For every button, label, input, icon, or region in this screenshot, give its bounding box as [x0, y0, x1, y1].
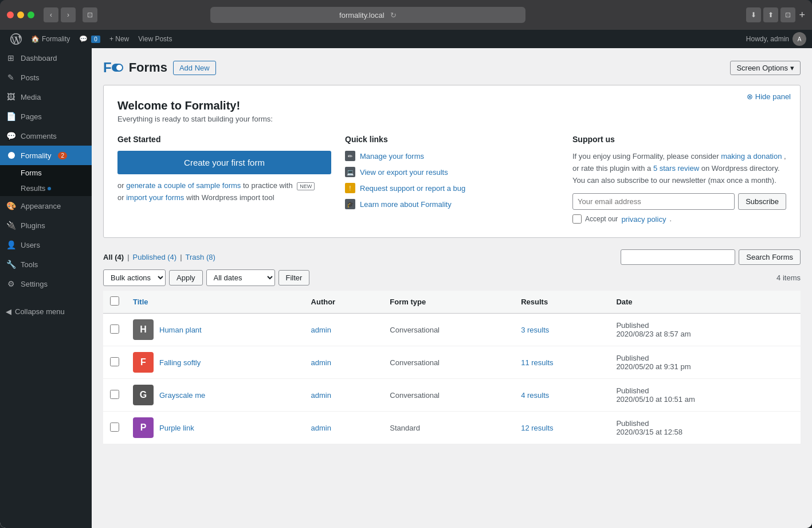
browser-nav: ‹ › [44, 7, 76, 22]
submenu-item-results[interactable]: Results [0, 181, 92, 196]
support-title: Support us [572, 135, 786, 144]
formality-icon [6, 150, 16, 161]
logo-f: F [103, 60, 111, 76]
quick-link-learn[interactable]: 🎓 Learn more about Formality [345, 199, 559, 209]
sidebar-item-formality[interactable]: Formality 2 [0, 146, 92, 165]
request-support-link[interactable]: Request support or report a bug [360, 184, 465, 193]
create-first-form-button[interactable]: Create your first form [117, 151, 331, 174]
site-name-link[interactable]: 🏠 Formality [26, 30, 74, 48]
maximize-button[interactable] [28, 11, 34, 18]
address-bar[interactable]: formality.local ↻ [210, 7, 525, 23]
quick-link-export[interactable]: 💻 View or export your results [345, 167, 559, 177]
results-link[interactable]: 3 results [521, 326, 549, 334]
sidebar-item-appearance[interactable]: 🎨 Appearance [0, 196, 92, 216]
submenu-item-forms[interactable]: Forms [0, 165, 92, 181]
results-link[interactable]: 11 results [521, 358, 553, 367]
comments-link[interactable]: 💬 0 [74, 30, 105, 48]
filter-button[interactable]: Filter [278, 270, 310, 285]
title-sort-link[interactable]: Title [133, 298, 148, 306]
sidebar-item-users[interactable]: 👤 Users [0, 235, 92, 255]
sidebar-item-comments[interactable]: 💬 Comments [0, 126, 92, 146]
view-export-link[interactable]: View or export your results [360, 168, 448, 177]
reload-icon[interactable]: ↻ [390, 11, 397, 19]
tab-trash[interactable]: Trash (8) [186, 253, 215, 261]
import-forms-link[interactable]: import your forms [126, 193, 184, 202]
subscribe-button[interactable]: Subscribe [738, 193, 786, 210]
row-checkbox[interactable] [110, 390, 119, 399]
form-title-link[interactable]: Falling softly [159, 358, 201, 367]
select-all-checkbox[interactable] [110, 296, 119, 306]
title-header: Title [126, 291, 304, 314]
privacy-policy-link[interactable]: privacy policy [621, 215, 666, 224]
hide-panel-link[interactable]: ⊗ Hide panel [747, 92, 791, 101]
author-link[interactable]: admin [311, 358, 331, 367]
quick-links-title: Quick links [345, 135, 559, 144]
results-link[interactable]: 4 results [521, 391, 549, 400]
new-window-button[interactable]: + [799, 7, 805, 22]
sidebar-item-dashboard[interactable]: ⊞ Dashboard [0, 48, 92, 68]
form-title-link[interactable]: Purple link [159, 424, 194, 432]
sidebar-item-label: Tools [21, 260, 38, 269]
browser-actions: ⬇ ⬆ ⊡ + [746, 7, 805, 22]
quick-link-support[interactable]: ! Request support or report a bug [345, 183, 559, 193]
generate-sample-forms-link[interactable]: generate a couple of sample forms [126, 181, 241, 190]
tab-all[interactable]: All (4) [103, 253, 124, 261]
quick-links-col: Quick links ✏ Manage your forms 💻 View o… [345, 135, 559, 224]
back-button[interactable]: ‹ [44, 7, 58, 22]
new-content-link[interactable]: + New [105, 30, 134, 48]
comments-icon: 💬 [6, 131, 16, 141]
wp-body: ⊞ Dashboard ✎ Posts 🖼 Media 📄 Pages 💬 [0, 48, 812, 528]
search-forms-button[interactable]: Search Forms [739, 249, 801, 265]
stars-review-link[interactable]: 5 stars review [653, 164, 699, 173]
view-posts-link[interactable]: View Posts [134, 30, 176, 48]
author-link[interactable]: admin [311, 391, 331, 400]
share-icon[interactable]: ⬆ [763, 7, 778, 22]
quick-link-manage[interactable]: ✏ Manage your forms [345, 151, 559, 161]
forward-button[interactable]: › [61, 7, 76, 22]
privacy-checkbox[interactable] [572, 214, 582, 224]
title-cell: F Falling softly [126, 346, 304, 379]
support-text: If you enjoy using Formality, please con… [572, 151, 786, 186]
results-link[interactable]: 12 results [521, 424, 553, 432]
sidebar-item-plugins[interactable]: 🔌 Plugins [0, 216, 92, 235]
email-input[interactable] [572, 193, 735, 210]
bulk-actions-select[interactable]: Bulk actions Delete [103, 269, 166, 286]
search-input[interactable] [621, 249, 735, 265]
donation-link[interactable]: making a donation [721, 152, 782, 161]
tab-published[interactable]: Published (4) [133, 253, 177, 261]
row-checkbox[interactable] [110, 324, 119, 334]
screen-options-button[interactable]: Screen Options ▾ [730, 61, 801, 75]
get-started-title: Get Started [117, 135, 331, 144]
apply-button[interactable]: Apply [169, 270, 203, 285]
download-icon[interactable]: ⬇ [746, 7, 761, 22]
add-new-button[interactable]: Add New [173, 61, 216, 75]
new-tab-icon[interactable]: ⊡ [780, 7, 795, 22]
row-checkbox[interactable] [110, 423, 119, 432]
sidebar-item-posts[interactable]: ✎ Posts [0, 68, 92, 87]
results-cell: 11 results [514, 346, 609, 379]
minimize-button[interactable] [17, 11, 24, 18]
collapse-menu-button[interactable]: ◀ Collapse menu [0, 303, 92, 320]
page-title-area: F Forms Add New [103, 60, 216, 76]
author-link[interactable]: admin [311, 326, 331, 334]
author-link[interactable]: admin [311, 424, 331, 432]
wp-logo-link[interactable] [6, 30, 26, 48]
sidebar-item-label: Users [21, 241, 40, 249]
learn-more-link[interactable]: Learn more about Formality [360, 200, 452, 209]
dates-select[interactable]: All dates [206, 269, 275, 286]
sidebar-item-tools[interactable]: 🔧 Tools [0, 255, 92, 274]
sidebar-item-pages[interactable]: 📄 Pages [0, 107, 92, 126]
sidebar-item-label: Appearance [21, 202, 61, 210]
formality-submenu: Forms Results [0, 165, 92, 196]
form-title-link[interactable]: Human plant [159, 326, 202, 334]
sidebar-item-media[interactable]: 🖼 Media [0, 87, 92, 107]
tab-overview-button[interactable]: ⊡ [83, 7, 97, 22]
page-header: F Forms Add New Screen Options ▾ [103, 60, 801, 76]
import-text: or import your forms with Wordpress impo… [117, 193, 331, 202]
close-button[interactable] [7, 11, 14, 18]
sidebar-item-settings[interactable]: ⚙ Settings [0, 274, 92, 294]
row-checkbox[interactable] [110, 357, 119, 366]
form-title-link[interactable]: Grayscale me [159, 391, 205, 400]
manage-forms-link[interactable]: Manage your forms [360, 152, 424, 161]
form-type-cell: Conversational [383, 314, 514, 346]
